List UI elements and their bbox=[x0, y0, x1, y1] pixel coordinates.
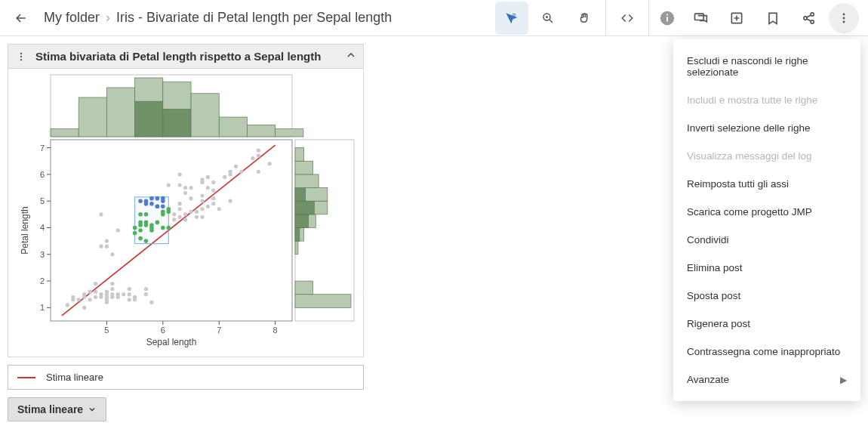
svg-text:5: 5 bbox=[104, 326, 109, 335]
svg-point-183 bbox=[149, 202, 154, 206]
svg-point-119 bbox=[189, 196, 192, 200]
svg-point-135 bbox=[211, 181, 215, 184]
menu-item-label: Visualizza messaggi del log bbox=[687, 150, 812, 162]
breadcrumb: My folder › Iris - Bivariate di Petal le… bbox=[44, 10, 392, 26]
share-button[interactable] bbox=[793, 2, 826, 35]
menu-item-label: Inverti selezione delle righe bbox=[687, 122, 811, 134]
fit-popup-button[interactable]: Stima lineare bbox=[8, 397, 106, 421]
svg-rect-29 bbox=[295, 281, 312, 295]
svg-point-96 bbox=[122, 292, 125, 296]
menu-item-label: Avanzate bbox=[687, 374, 729, 385]
menu-item[interactable]: Inverti selezione delle righe bbox=[673, 114, 860, 142]
svg-point-150 bbox=[178, 183, 182, 187]
menu-item[interactable]: Scarica come progetto JMP bbox=[673, 198, 860, 226]
svg-point-13 bbox=[20, 55, 22, 57]
svg-point-138 bbox=[229, 199, 232, 203]
card-menu-button[interactable] bbox=[14, 51, 28, 62]
svg-text:5: 5 bbox=[40, 196, 45, 205]
svg-point-130 bbox=[206, 186, 210, 190]
menu-item[interactable]: Rigenera post bbox=[673, 310, 860, 338]
chevron-right-icon: › bbox=[106, 10, 110, 26]
svg-point-173 bbox=[166, 207, 171, 211]
chart-area[interactable]: 56781234567Sepal lengthPetal length bbox=[8, 69, 364, 357]
svg-point-118 bbox=[189, 210, 192, 214]
svg-point-77 bbox=[82, 295, 86, 299]
svg-point-159 bbox=[138, 212, 143, 217]
svg-point-120 bbox=[189, 186, 192, 190]
svg-point-112 bbox=[178, 207, 182, 211]
svg-point-121 bbox=[195, 215, 199, 219]
menu-item: Visualizza messaggi del log bbox=[673, 142, 860, 170]
new-post-button[interactable] bbox=[720, 2, 753, 35]
menu-item-label: Condividi bbox=[687, 234, 729, 245]
menu-item-label: Sposta post bbox=[687, 290, 740, 301]
svg-point-73 bbox=[71, 298, 75, 301]
bookmark-button[interactable] bbox=[756, 2, 790, 35]
svg-point-160 bbox=[144, 239, 149, 243]
svg-point-98 bbox=[128, 292, 131, 296]
svg-text:4: 4 bbox=[40, 223, 45, 232]
svg-rect-2 bbox=[666, 17, 668, 21]
svg-rect-36 bbox=[295, 214, 309, 228]
svg-point-101 bbox=[133, 298, 137, 301]
menu-item: Includi e mostra tutte le righe bbox=[673, 86, 860, 114]
tool-zoom[interactable] bbox=[531, 2, 565, 35]
svg-point-126 bbox=[200, 194, 204, 198]
menu-item[interactable]: Avanzate▶ bbox=[673, 366, 860, 394]
svg-rect-43 bbox=[295, 148, 304, 162]
svg-point-82 bbox=[94, 282, 97, 285]
svg-point-95 bbox=[116, 292, 120, 296]
svg-point-9 bbox=[843, 13, 845, 15]
svg-text:Petal length: Petal length bbox=[20, 206, 30, 254]
svg-point-158 bbox=[138, 221, 143, 225]
menu-item[interactable]: Contrassegna come inappropriato bbox=[673, 338, 860, 366]
svg-point-81 bbox=[94, 290, 97, 294]
collapse-button[interactable] bbox=[345, 49, 357, 63]
svg-point-140 bbox=[229, 170, 232, 174]
breadcrumb-folder[interactable]: My folder bbox=[44, 10, 100, 26]
svg-point-162 bbox=[144, 221, 149, 225]
svg-point-153 bbox=[133, 231, 137, 236]
info-button[interactable] bbox=[654, 5, 681, 32]
tool-pan[interactable] bbox=[568, 2, 601, 35]
svg-point-123 bbox=[200, 215, 204, 219]
menu-item[interactable]: Sposta post bbox=[673, 282, 860, 310]
svg-point-97 bbox=[128, 298, 131, 301]
svg-rect-4 bbox=[695, 14, 704, 20]
svg-point-169 bbox=[161, 226, 165, 230]
svg-point-171 bbox=[161, 209, 165, 214]
fit-popup-label: Stima lineare bbox=[17, 403, 83, 415]
svg-text:2: 2 bbox=[40, 276, 45, 285]
svg-point-111 bbox=[178, 215, 182, 219]
svg-point-104 bbox=[149, 301, 153, 304]
svg-point-129 bbox=[206, 205, 210, 208]
menu-item[interactable]: Elimina post bbox=[673, 254, 860, 282]
svg-point-14 bbox=[20, 58, 22, 60]
comments-button[interactable] bbox=[684, 2, 717, 35]
menu-item-label: Contrassegna come inappropriato bbox=[687, 346, 840, 357]
card-title: Stima bivariata di Petal length rispetto… bbox=[35, 50, 337, 63]
svg-point-93 bbox=[110, 282, 114, 285]
svg-point-147 bbox=[268, 162, 272, 165]
menu-item-label: Includi e mostra tutte le righe bbox=[687, 94, 817, 106]
back-button[interactable] bbox=[5, 2, 38, 35]
menu-item[interactable]: Condividi bbox=[673, 226, 860, 254]
svg-rect-3 bbox=[666, 14, 668, 15]
svg-point-182 bbox=[155, 204, 160, 208]
menu-item[interactable]: Reimposta tutti gli assi bbox=[673, 170, 860, 198]
legend-label: Stima lineare bbox=[46, 372, 103, 383]
svg-text:7: 7 bbox=[217, 326, 221, 335]
svg-point-80 bbox=[94, 295, 97, 299]
svg-rect-26 bbox=[275, 129, 303, 137]
svg-point-166 bbox=[149, 223, 154, 227]
svg-point-78 bbox=[88, 298, 91, 301]
svg-point-71 bbox=[66, 303, 69, 307]
more-menu-button[interactable] bbox=[829, 3, 859, 33]
tool-pointer[interactable] bbox=[495, 2, 528, 35]
svg-rect-22 bbox=[163, 110, 191, 137]
tool-code[interactable] bbox=[611, 2, 644, 35]
svg-point-10 bbox=[843, 17, 845, 19]
menu-item[interactable]: Escludi e nascondi le righe selezionate bbox=[673, 47, 860, 86]
svg-text:8: 8 bbox=[273, 326, 278, 335]
svg-point-110 bbox=[172, 212, 176, 216]
